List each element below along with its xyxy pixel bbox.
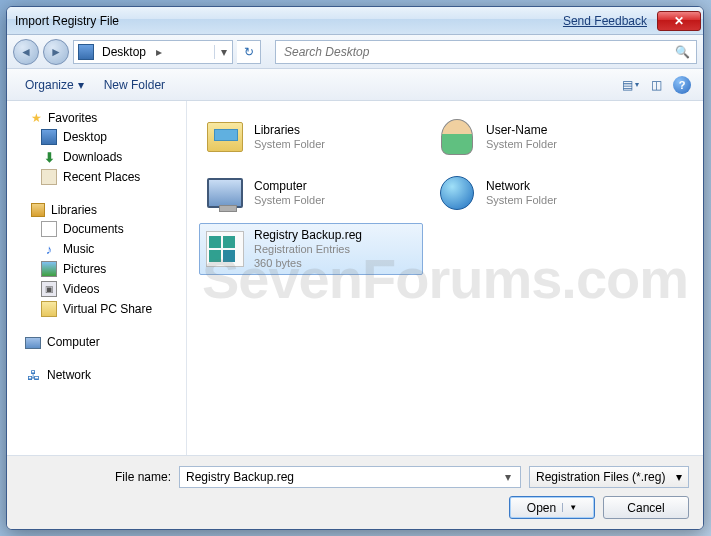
computer-icon [25,337,41,349]
folder-icon [41,301,57,317]
network-icon: 🖧 [25,367,41,383]
preview-pane-button[interactable]: ◫ [645,74,667,96]
item-registry-backup[interactable]: Registry Backup.regRegistration Entries3… [199,223,423,275]
item-libraries[interactable]: LibrariesSystem Folder [199,111,423,163]
search-box[interactable]: 🔍 [275,40,697,64]
chevron-down-icon: ▾ [635,80,639,89]
document-icon [41,221,57,237]
arrow-right-icon: ► [50,45,62,59]
chevron-right-icon[interactable]: ▸ [150,45,168,59]
search-input[interactable] [282,44,675,60]
window-title: Import Registry File [15,14,119,28]
chevron-down-icon: ▾ [676,470,682,484]
open-button[interactable]: Open ▼ [509,496,595,519]
star-icon: ★ [31,111,42,125]
footer: File name: ▾ Registration Files (*.reg) … [7,455,703,529]
forward-button[interactable]: ► [43,39,69,65]
chevron-down-icon: ▾ [78,78,84,92]
music-icon: ♪ [41,241,57,257]
new-folder-button[interactable]: New Folder [96,75,173,95]
sidebar-item-recent-places[interactable]: Recent Places [7,167,186,187]
breadcrumb-location[interactable]: Desktop [98,45,150,59]
back-button[interactable]: ◄ [13,39,39,65]
libraries-icon [31,203,45,217]
user-icon [441,119,473,155]
item-network[interactable]: NetworkSystem Folder [431,167,655,219]
refresh-button[interactable]: ↻ [237,40,261,64]
arrow-left-icon: ◄ [20,45,32,59]
pane-icon: ◫ [651,78,662,92]
file-type-filter[interactable]: Registration Files (*.reg) ▾ [529,466,689,488]
sidebar-item-pictures[interactable]: Pictures [7,259,186,279]
help-icon: ? [673,76,691,94]
chevron-down-icon[interactable]: ▾ [500,470,516,484]
sidebar-item-music[interactable]: ♪Music [7,239,186,259]
help-button[interactable]: ? [671,74,693,96]
close-icon: ✕ [674,14,684,28]
sidebar-group-computer[interactable]: Computer [7,333,186,351]
nav-bar: ◄ ► Desktop ▸ ▾ ↻ 🔍 [7,35,703,69]
network-icon [440,176,474,210]
dialog-window: Import Registry File Send Feedback ✕ ◄ ►… [6,6,704,530]
toolbar: Organize ▾ New Folder ▤▾ ◫ ? [7,69,703,101]
filename-combobox[interactable]: ▾ [179,466,521,488]
file-list[interactable]: LibrariesSystem Folder User-NameSystem F… [187,101,703,455]
videos-icon: ▣ [41,281,57,297]
libraries-icon [207,122,243,152]
view-icon: ▤ [622,78,633,92]
search-icon[interactable]: 🔍 [675,45,690,59]
close-button[interactable]: ✕ [657,11,701,31]
desktop-icon [78,44,94,60]
recent-icon [41,169,57,185]
sidebar-group-libraries[interactable]: Libraries [7,201,186,219]
view-options-button[interactable]: ▤▾ [619,74,641,96]
cancel-button[interactable]: Cancel [603,496,689,519]
sidebar-item-videos[interactable]: ▣Videos [7,279,186,299]
sidebar-item-downloads[interactable]: ⬇Downloads [7,147,186,167]
desktop-icon [41,129,57,145]
computer-icon [207,178,243,208]
organize-button[interactable]: Organize ▾ [17,75,92,95]
sidebar-item-desktop[interactable]: Desktop [7,127,186,147]
navigation-pane: ★ Favorites Desktop ⬇Downloads Recent Pl… [7,101,187,455]
refresh-icon: ↻ [244,45,254,59]
send-feedback-link[interactable]: Send Feedback [563,14,647,28]
item-computer[interactable]: ComputerSystem Folder [199,167,423,219]
split-chevron-icon: ▼ [562,503,577,512]
item-user-name[interactable]: User-NameSystem Folder [431,111,655,163]
reg-file-icon [206,231,244,267]
filename-label: File name: [21,470,171,484]
sidebar-item-documents[interactable]: Documents [7,219,186,239]
address-bar[interactable]: Desktop ▸ ▾ [73,40,233,64]
pictures-icon [41,261,57,277]
sidebar-group-network[interactable]: 🖧 Network [7,365,186,385]
sidebar-group-favorites[interactable]: ★ Favorites [7,109,186,127]
download-icon: ⬇ [41,149,57,165]
titlebar: Import Registry File Send Feedback ✕ [7,7,703,35]
sidebar-item-virtual-pc-share[interactable]: Virtual PC Share [7,299,186,319]
address-dropdown[interactable]: ▾ [214,45,232,59]
filename-input[interactable] [184,469,500,485]
